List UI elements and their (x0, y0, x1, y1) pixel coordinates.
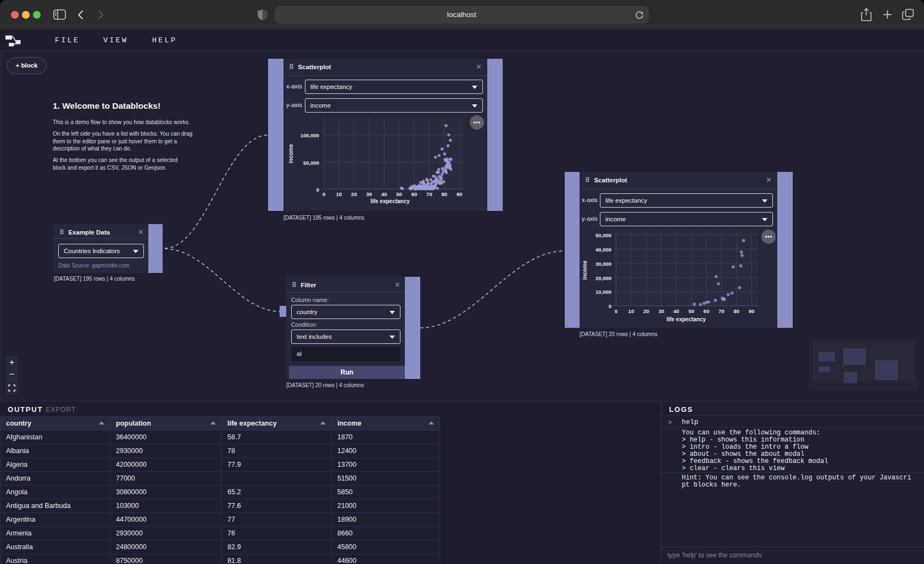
svg-text:0: 0 (609, 303, 611, 309)
svg-text:income: income (582, 260, 588, 280)
svg-text:80: 80 (442, 191, 448, 197)
svg-text:70: 70 (426, 191, 432, 197)
svg-text:20,000: 20,000 (595, 275, 611, 281)
svg-text:30: 30 (658, 308, 664, 314)
svg-text:50: 50 (688, 308, 694, 314)
svg-text:40: 40 (381, 191, 387, 197)
svg-text:40,000: 40,000 (595, 247, 611, 253)
svg-text:10,000: 10,000 (595, 289, 611, 295)
svg-text:80: 80 (733, 308, 739, 314)
svg-text:60: 60 (704, 308, 710, 314)
svg-text:10: 10 (628, 308, 634, 314)
svg-text:40: 40 (673, 308, 680, 314)
svg-text:50,000: 50,000 (303, 160, 319, 166)
svg-text:50,000: 50,000 (595, 232, 611, 238)
svg-text:20: 20 (643, 308, 649, 314)
svg-text:10: 10 (336, 191, 342, 197)
svg-text:life expectancy: life expectancy (666, 316, 706, 322)
svg-text:20: 20 (351, 191, 357, 197)
svg-text:90: 90 (457, 191, 463, 197)
svg-text:30: 30 (366, 191, 372, 197)
svg-text:life expectancy: life expectancy (370, 198, 410, 204)
svg-text:90: 90 (749, 308, 755, 314)
svg-text:income: income (288, 144, 294, 163)
svg-text:0: 0 (615, 308, 617, 314)
svg-text:100,000: 100,000 (300, 132, 319, 138)
svg-text:30,000: 30,000 (595, 261, 611, 267)
svg-text:0: 0 (322, 191, 325, 197)
svg-text:70: 70 (719, 308, 725, 314)
svg-text:60: 60 (411, 191, 418, 197)
svg-text:0: 0 (316, 187, 319, 193)
svg-text:50: 50 (396, 191, 402, 197)
